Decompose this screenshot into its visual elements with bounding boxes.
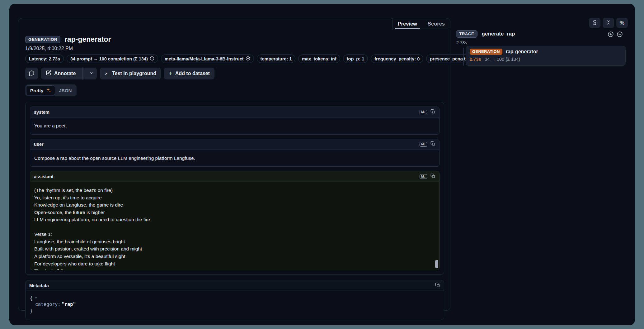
preview-scores-tabs: Preview Scores (392, 18, 450, 29)
action-buttons: Annotate >_ Test in playground + Add to (25, 68, 444, 79)
plus-icon: + (169, 70, 172, 76)
model-badge[interactable]: meta-llama/Meta-Llama-3-8B-Instruct (161, 55, 254, 63)
observation-header: GENERATION rap-generator (25, 35, 444, 44)
observation-detail-card: Preview Scores GENERATION rap-generator … (18, 18, 450, 311)
user-message-content: Compose a rap about the open source LLM … (30, 150, 439, 167)
metadata-header: Metadata (26, 280, 444, 291)
tab-preview[interactable]: Preview (393, 18, 422, 29)
observation-badges: Latency: 2.73s 34 prompt → 100 completio… (25, 55, 444, 63)
tree-indent-guide (463, 48, 464, 66)
scrollbar-thumb[interactable] (435, 260, 438, 268)
edit-pencil-icon (46, 70, 51, 77)
annotate-split-button: Annotate (41, 68, 97, 79)
token-usage-badge[interactable]: 34 prompt → 100 completion (Σ 134) (67, 55, 158, 63)
scores-award-button[interactable] (589, 18, 600, 28)
pretty-json-toggle: Pretty JSON (25, 84, 77, 96)
trace-root-row[interactable]: TRACE generate_rap (456, 30, 515, 38)
json-key: category: (35, 301, 60, 308)
user-message: user M↓ Compose a rap about the open sou… (30, 139, 440, 167)
messages-container: system M↓ You are a poet. user (25, 102, 444, 275)
comment-button[interactable] (25, 68, 38, 79)
collapse-tree-icon[interactable] (617, 31, 623, 39)
observation-body: GENERATION rap-generator 1/9/2025, 4:00:… (25, 29, 444, 310)
toggle-json[interactable]: JSON (55, 85, 76, 95)
observation-type-badge: GENERATION (25, 36, 60, 43)
terminal-icon: >_ (105, 71, 109, 76)
percent-icon: % (620, 20, 624, 26)
chevrons-down-up-icon (606, 20, 611, 26)
metadata-json: { category: "rap" } (26, 291, 444, 320)
temperature-badge: temperature: 1 (257, 55, 296, 63)
test-in-playground-button[interactable]: >_ Test in playground (100, 68, 161, 79)
sparkles-icon (46, 88, 51, 93)
system-message-content: You are a poet. (30, 117, 439, 134)
collapse-all-button[interactable] (603, 18, 614, 28)
message-role-label: assistant (34, 174, 54, 179)
button-divider (82, 68, 83, 79)
tab-scores[interactable]: Scores (422, 18, 450, 29)
generation-node-tokens: 34 → 100 (Σ 134) (485, 57, 520, 62)
generation-node-name: rap-generator (506, 49, 538, 55)
trace-latency: 2.73s (456, 40, 467, 45)
speech-bubble-icon (29, 70, 35, 77)
copy-icon[interactable] (430, 174, 435, 180)
metadata-card: Metadata { category: "rap" (25, 280, 444, 320)
message-role-label: system (34, 110, 49, 115)
view-toggle-row: Pretty JSON (25, 84, 444, 96)
generation-tree-node[interactable]: GENERATION rap-generator 2.73s 34 → 100 … (466, 46, 626, 66)
annotate-button[interactable]: Annotate (41, 68, 80, 79)
collapse-chevron-icon[interactable] (34, 295, 38, 301)
assistant-message-header: assistant M↓ (30, 171, 439, 182)
info-icon (150, 56, 154, 62)
max-tokens-badge: max_tokens: inf (298, 55, 340, 63)
copy-icon[interactable] (430, 109, 435, 115)
add-to-dataset-button[interactable]: + Add to dataset (164, 68, 214, 79)
tree-expand-controls (608, 31, 623, 39)
toggle-percent-button[interactable]: % (616, 18, 628, 28)
generation-type-badge: GENERATION (470, 49, 502, 55)
plus-circle-icon (246, 56, 250, 62)
copy-icon[interactable] (435, 283, 440, 289)
chevron-down-icon (89, 71, 94, 77)
app-window: Preview Scores GENERATION rap-generator … (9, 4, 635, 325)
system-message-header: system M↓ (30, 107, 439, 117)
generation-node-latency: 2.73s (470, 57, 481, 62)
markdown-toggle-icon[interactable]: M↓ (420, 142, 427, 147)
json-value: "rap" (62, 301, 76, 308)
markdown-toggle-icon[interactable]: M↓ (420, 110, 427, 115)
frequency-penalty-badge: frequency_penalty: 0 (371, 55, 423, 63)
trace-name: generate_rap (482, 31, 515, 37)
annotate-dropdown-button[interactable] (86, 68, 97, 79)
metadata-title: Metadata (29, 283, 49, 288)
award-icon (592, 20, 598, 26)
assistant-message: assistant M↓ (The rhythm is set, the bea… (30, 171, 440, 270)
message-role-label: user (34, 142, 44, 147)
system-message: system M↓ You are a poet. (30, 107, 440, 135)
trace-type-badge: TRACE (456, 30, 477, 38)
assistant-message-content: (The rhythm is set, the beat's on fire) … (30, 182, 439, 270)
json-close-brace: } (30, 308, 33, 314)
observation-timestamp: 1/9/2025, 4:00:22 PM (25, 46, 444, 51)
expand-all-icon[interactable] (608, 31, 614, 39)
observation-title: rap-generator (64, 35, 111, 44)
latency-badge: Latency: 2.73s (25, 55, 64, 63)
top-p-badge: top_p: 1 (343, 55, 368, 63)
user-message-header: user M↓ (30, 139, 439, 150)
copy-icon[interactable] (430, 141, 435, 147)
json-open-brace: { (30, 295, 33, 301)
toggle-pretty[interactable]: Pretty (26, 85, 55, 95)
trace-panel-toolbar: % (589, 18, 628, 28)
markdown-toggle-icon[interactable]: M↓ (420, 174, 427, 179)
